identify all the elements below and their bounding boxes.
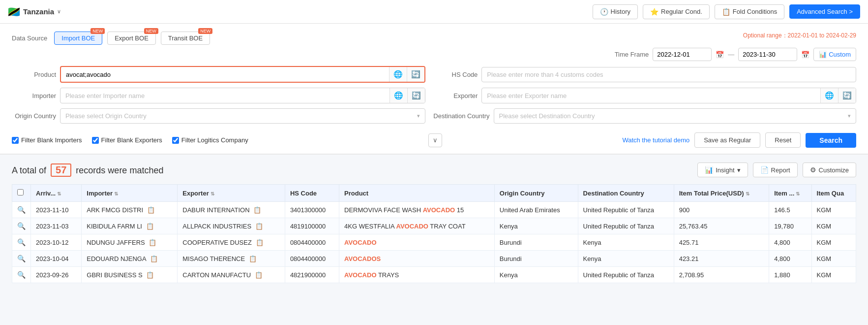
- row-product: DERMOVIVA FACE WASH AVOCADO 15: [339, 202, 495, 218]
- regular-cond-button[interactable]: ⭐ Regular Cond.: [643, 4, 710, 19]
- table-row: 🔍 2023-11-10 ARK FMCG DISTRI 📋 DABUR INT…: [12, 202, 856, 218]
- timeframe-from-input[interactable]: [653, 48, 712, 61]
- col-origin-country: Origin Country: [494, 185, 578, 202]
- advanced-search-button[interactable]: Advanced Search >: [789, 4, 860, 19]
- sort-price-icon: ⇅: [746, 191, 749, 196]
- copy-exporter-icon[interactable]: 📋: [253, 206, 261, 214]
- product-input[interactable]: [61, 67, 389, 82]
- reset-button[interactable]: Reset: [765, 132, 801, 148]
- filter-blank-exporters-check[interactable]: Filter Blank Exporters: [92, 136, 162, 144]
- search-synonyms-icon[interactable]: 🔄: [407, 67, 424, 82]
- filter-logitics-check[interactable]: Filter Logitics Company: [172, 136, 248, 144]
- row-item-total-price: 2,708.95: [674, 267, 769, 283]
- importer-input-wrap: 🌐 🔄: [60, 88, 425, 103]
- insight-button[interactable]: 📊 Insight ▾: [697, 162, 748, 177]
- row-search-icon[interactable]: 🔍: [17, 238, 26, 246]
- row-search-cell[interactable]: 🔍: [12, 218, 31, 234]
- transit-new-badge: NEW: [198, 28, 212, 34]
- hscode-input[interactable]: [482, 67, 856, 82]
- country-selector[interactable]: 🇹🇿 Tanzania ∨: [8, 6, 61, 18]
- exporter-input[interactable]: [482, 89, 820, 103]
- row-item-total-price: 425.71: [674, 234, 769, 251]
- row-date: 2023-11-03: [31, 218, 82, 234]
- copy-importer-icon[interactable]: 📋: [147, 206, 155, 214]
- results-prefix: A total of: [12, 165, 46, 175]
- copy-exporter-icon[interactable]: 📋: [255, 223, 263, 230]
- copy-exporter-icon[interactable]: 📋: [255, 271, 263, 279]
- copy-importer-icon[interactable]: 📋: [150, 255, 158, 262]
- row-search-icon[interactable]: 🔍: [17, 255, 26, 262]
- row-hscode: 0804400000: [285, 251, 339, 267]
- product-highlight: AVOCADO: [344, 271, 376, 279]
- customize-label: Customize: [819, 166, 849, 174]
- product-highlight: AVOCADO: [396, 223, 428, 230]
- tutorial-link[interactable]: Watch the tutorial demo: [622, 136, 689, 144]
- row-search-icon[interactable]: 🔍: [17, 206, 26, 214]
- tab-transit-boe[interactable]: Transit BOE NEW: [161, 32, 210, 45]
- customize-button[interactable]: ⚙ Customize: [803, 162, 856, 177]
- table-row: 🔍 2023-11-03 KIBIDULA FARM LI 📋 ALLPACK …: [12, 218, 856, 234]
- importer-input[interactable]: [60, 89, 389, 103]
- calendar-from-icon[interactable]: 📅: [716, 51, 724, 59]
- filter-blank-importers-check[interactable]: Filter Blank Importers: [12, 136, 82, 144]
- save-as-regular-button[interactable]: Save as Regular: [694, 132, 760, 148]
- row-importer: KIBIDULA FARM LI 📋: [82, 218, 178, 234]
- row-date: 2023-10-12: [31, 234, 82, 251]
- filter-blank-exporters-checkbox[interactable]: [92, 137, 99, 144]
- insight-icon: 📊: [705, 166, 713, 174]
- tab-export-boe[interactable]: Export BOE NEW: [107, 32, 156, 45]
- advanced-search-label: Advanced Search >: [797, 8, 853, 15]
- row-search-cell[interactable]: 🔍: [12, 202, 31, 218]
- col-item-price[interactable]: Item ...⇅: [769, 185, 811, 202]
- custom-timeframe-button[interactable]: 📊 Custom: [813, 48, 856, 61]
- origin-country-select[interactable]: Please select Origin Country ▾: [60, 108, 425, 124]
- calendar-to-icon[interactable]: 📅: [801, 51, 809, 59]
- exporter-synonyms-icon[interactable]: 🔄: [838, 88, 856, 103]
- copy-importer-icon[interactable]: 📋: [146, 271, 154, 279]
- filter-blank-importers-checkbox[interactable]: [12, 137, 19, 144]
- filter-expand-button[interactable]: ∨: [428, 133, 442, 147]
- col-destination-country: Destination Country: [578, 185, 674, 202]
- importer-translate-icon[interactable]: 🌐: [389, 88, 407, 103]
- row-search-icon[interactable]: 🔍: [17, 271, 26, 279]
- col-item-total-price[interactable]: Item Total Price(USD)⇅: [674, 185, 769, 202]
- row-search-cell[interactable]: 🔍: [12, 251, 31, 267]
- col-exporter[interactable]: Exporter⇅: [178, 185, 285, 202]
- report-button[interactable]: 📄 Report: [753, 162, 798, 177]
- copy-importer-icon[interactable]: 📋: [149, 239, 156, 246]
- select-all-checkbox[interactable]: [17, 189, 24, 195]
- row-search-cell[interactable]: 🔍: [12, 267, 31, 283]
- timeframe-to-input[interactable]: [738, 48, 797, 61]
- row-exporter: DABUR INTERNATION 📋: [178, 202, 285, 218]
- translate-icon[interactable]: 🌐: [389, 67, 407, 82]
- results-suffix: records were matched: [76, 165, 163, 175]
- row-search-icon[interactable]: 🔍: [17, 222, 26, 230]
- copy-importer-icon[interactable]: 📋: [146, 223, 154, 230]
- col-arrival-date[interactable]: Arriv...⇅: [31, 185, 82, 202]
- col-checkbox[interactable]: [12, 185, 31, 202]
- row-hscode: 4821900000: [285, 267, 339, 283]
- origin-country-arrow-icon: ▾: [417, 113, 420, 119]
- row-product: AVOCADO TRAYS: [339, 267, 495, 283]
- row-item-price: 4,800: [769, 251, 811, 267]
- timeframe-label: Time Frame: [615, 51, 649, 58]
- search-button[interactable]: Search: [806, 133, 856, 148]
- col-importer[interactable]: Importer⇅: [82, 185, 178, 202]
- top-bar: 🇹🇿 Tanzania ∨ 🕐 History ⭐ Regular Cond. …: [0, 0, 868, 24]
- sort-item-icon: ⇅: [796, 191, 800, 196]
- history-button[interactable]: 🕐 History: [593, 4, 638, 19]
- product-highlight: AVOCADOS: [344, 255, 381, 262]
- chevron-down-icon: ∨: [433, 136, 438, 144]
- row-product: AVOCADOS: [339, 251, 495, 267]
- fold-conditions-button[interactable]: 📋 Fold Conditions: [715, 4, 784, 19]
- importer-synonyms-icon[interactable]: 🔄: [407, 88, 425, 103]
- filter-logitics-checkbox[interactable]: [172, 137, 179, 144]
- destination-country-select[interactable]: Please select Destination Country ▾: [494, 108, 857, 124]
- row-destination-country: United Republic of Tanza: [578, 218, 674, 234]
- copy-exporter-icon[interactable]: 📋: [249, 255, 257, 262]
- copy-exporter-icon[interactable]: 📋: [256, 239, 264, 246]
- exporter-translate-icon[interactable]: 🌐: [820, 88, 838, 103]
- form-row-importer-exporter: Importer 🌐 🔄 Exporter 🌐 🔄: [12, 88, 856, 103]
- tab-import-boe[interactable]: Import BOE NEW: [54, 32, 102, 45]
- row-search-cell[interactable]: 🔍: [12, 234, 31, 251]
